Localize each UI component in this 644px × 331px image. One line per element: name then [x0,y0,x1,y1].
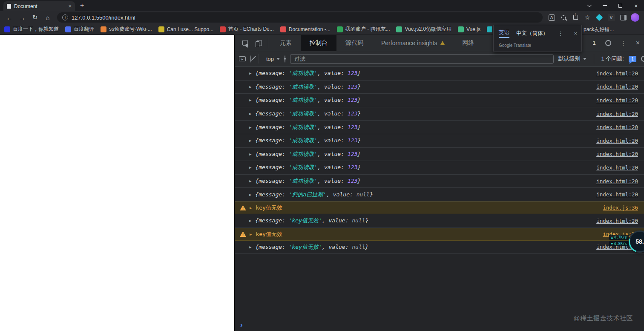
expand-triangle-icon[interactable]: ▶ [249,245,251,249]
divider [259,54,259,63]
bookmark-item[interactable]: ss免费账号·Wiki·... [101,26,152,33]
translate-target-lang[interactable]: 中文（简体） [516,30,548,37]
bookmark-item[interactable]: Vue.js [458,26,480,32]
source-link[interactable]: index.html:20 [591,178,638,184]
expand-triangle-icon[interactable]: ▶ [249,71,251,75]
source-link[interactable]: index.html:20 [591,164,638,171]
expand-triangle-icon[interactable]: ▶ [249,152,251,156]
side-panel-icon[interactable] [618,12,629,23]
speed-circle[interactable]: 58. [629,230,644,253]
bookmark-label: ss免费账号·Wiki·... [109,26,152,33]
tabbar-badge: 1 [592,40,595,46]
minimize-button[interactable] [597,0,612,11]
source-link[interactable]: index.html:20 [591,111,638,117]
bookmark-item[interactable]: Can I use... Suppo... [158,26,213,32]
reload-button[interactable]: ↻ [29,12,41,23]
expand-triangle-icon[interactable]: ▶ [249,138,251,143]
expand-triangle-icon[interactable]: ▶ [249,112,251,116]
bookmark-item[interactable]: Documentation -... [280,26,331,32]
back-button[interactable]: ← [3,12,15,23]
source-link[interactable]: index.html:20 [591,151,638,157]
expand-triangle-icon[interactable]: ▶ [249,219,251,223]
divider [268,38,268,48]
context-selector[interactable]: top [266,56,280,62]
console-log-row: ▶{message: '成功读取', value: 123}index.html… [235,107,644,121]
bookmark-item[interactable]: 首页 - ECharts De... [220,26,274,33]
device-toolbar-icon[interactable] [252,35,265,51]
live-expression-eye-icon[interactable] [285,56,285,62]
expand-triangle-icon[interactable]: ▶ [249,193,251,197]
devtools-close-icon[interactable]: × [636,40,640,46]
forward-button[interactable]: → [16,12,28,23]
home-button[interactable]: ⌂ [42,12,54,23]
tab-close-icon[interactable]: × [68,3,72,9]
devtools-tab-sources[interactable]: 源代码 [336,35,372,51]
console-warning-text: key值无效 [256,204,282,212]
console-log-row: ▶{message: '成功读取', value: 123}index.html… [235,81,644,94]
address-bar[interactable]: i 127.0.0.1:5500/index.html [57,12,543,23]
profile-avatar[interactable] [630,12,641,23]
log-level-selector[interactable]: 默认级别 [558,55,586,63]
console-message: {message: '成功读取', value: 123} [255,69,361,77]
bookmark-label: Vue.js2.0仿微信应用 [405,26,451,33]
bookmark-item[interactable]: 百度一下，你就知道 [4,26,59,33]
bookmark-item-clipped[interactable]: pack友好措... [584,24,614,35]
address-toolbar: ← → ↻ ⌂ i 127.0.0.1:5500/index.html A ☆ … [0,11,644,24]
chevron-down-icon [276,58,280,60]
console-settings-gear-icon[interactable] [641,56,644,62]
bookmark-item[interactable]: 我的账户 - 腾讯充... [337,26,390,33]
expand-triangle-icon[interactable]: ▶ [249,165,251,170]
log-level-label: 默认级别 [558,55,581,63]
source-link[interactable]: index.html:20 [591,124,638,130]
expand-triangle-icon[interactable]: ▶ [250,232,252,236]
console-filter-input[interactable] [290,54,553,64]
inspect-element-icon[interactable] [238,35,252,51]
translate-more-icon[interactable]: ⋮ [558,30,563,37]
source-link[interactable]: index.html:20 [591,70,638,77]
bookmark-item[interactable]: Vue.js2.0仿微信应用 [396,26,451,33]
source-link[interactable]: index.js:36 [598,204,638,211]
extension-diamond-icon[interactable] [594,12,605,23]
translate-icon[interactable]: A [546,12,557,23]
bookmark-item[interactable]: Tailwind CSS 中文... [487,26,492,33]
issues-chat-icon[interactable]: 1 [629,56,636,62]
devtools-tab-network[interactable]: 网络 [454,35,483,51]
new-tab-button[interactable]: + [80,2,84,9]
zoom-icon[interactable] [558,12,569,23]
expand-triangle-icon[interactable]: ▶ [249,98,251,102]
issues-label: 1 个问题: [601,55,624,63]
expand-triangle-icon[interactable]: ▶ [249,125,251,130]
expand-triangle-icon[interactable]: ▶ [250,206,252,210]
devtools-tab-console[interactable]: 控制台 [301,35,336,51]
extension-v-icon[interactable]: V [606,12,617,23]
source-link[interactable]: index.html:20 [591,191,638,198]
console-message: {message: '成功读取', value: 123} [255,150,361,158]
source-link[interactable]: index.html:20 [591,83,638,90]
console-message: {message: '成功读取', value: 123} [255,96,361,104]
source-link[interactable]: index.html:20 [591,218,638,224]
expand-triangle-icon[interactable]: ▶ [249,179,251,183]
speed-overlay-widget[interactable]: ▲4.7K/s ▼4.8K/s 58. [607,230,644,264]
bookmark-star-icon[interactable]: ☆ [582,12,593,23]
bookmark-favicon-icon [101,26,106,32]
devtools-tab-performance-insights[interactable]: Performance insights [372,35,454,51]
settings-gear-icon[interactable] [605,40,611,46]
source-link[interactable]: index.html:20 [591,138,638,144]
expand-triangle-icon[interactable]: ▶ [249,85,251,89]
devtools-tab-elements[interactable]: 元素 [271,35,301,51]
bookmark-item[interactable]: 百度翻译 [65,26,94,33]
browser-tab[interactable]: Document × [3,1,75,11]
close-button[interactable]: × [628,0,644,11]
warning-triangle-icon [440,41,445,45]
share-icon[interactable] [570,12,581,23]
tab-search-icon[interactable] [581,0,597,11]
console-sidebar-icon[interactable]: ▶ [239,56,246,61]
translate-source-lang[interactable]: 英语 [499,29,509,38]
maximize-button[interactable] [612,0,628,11]
translate-close-icon[interactable]: × [574,30,577,37]
bookmark-label: 首页 - ECharts De... [228,26,274,33]
more-options-icon[interactable]: ⋮ [621,40,627,46]
site-info-icon[interactable]: i [62,14,68,20]
source-link[interactable]: index.html:20 [591,97,638,104]
clear-console-icon[interactable] [250,56,251,62]
